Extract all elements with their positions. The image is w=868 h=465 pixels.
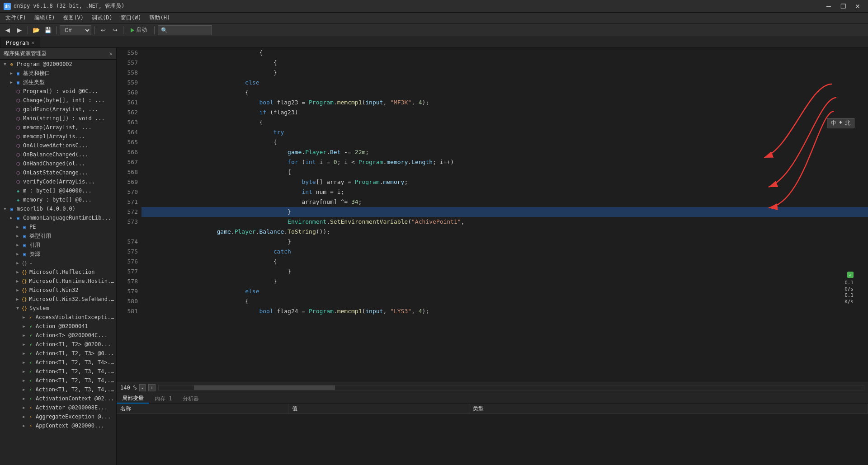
tree-item-pe[interactable]: ▶ ▣ PE (0, 222, 116, 231)
tree-item-goldfunc[interactable]: ⬡ goldFunc(ArrayList, ... (0, 105, 116, 114)
restore-button[interactable]: ❐ (836, 1, 850, 12)
tree-expand-ref[interactable]: ▶ (14, 243, 21, 247)
tree-item-dash[interactable]: ▶ {} - (0, 258, 116, 268)
minimize-button[interactable]: ─ (822, 1, 835, 12)
tree-expand-resource[interactable]: ▶ (14, 252, 21, 256)
tree-item-system[interactable]: ▼ {} System (0, 304, 116, 313)
sidebar-tree[interactable]: ▼ ⚙ Program @02000002 ▶ ▣ 基类和接口 ▶ ▣ 派生类型… (0, 60, 116, 465)
horizontal-scrollbar[interactable] (158, 385, 864, 390)
tree-item-action-t1t2t3[interactable]: ▶ ⚡ Action<T1, T2, T3> @0... (0, 349, 116, 358)
menu-help[interactable]: 帮助(H) (146, 13, 174, 23)
tree-expand-appcontext[interactable]: ▶ (21, 423, 27, 428)
tree-item-derived[interactable]: ▶ ▣ 派生类型 (0, 78, 116, 87)
tree-item-main[interactable]: ⬡ Main(string[]) : void ... (0, 114, 116, 123)
language-selector[interactable]: C# (60, 25, 91, 35)
tree-item-resource[interactable]: ▶ ▣ 资源 (0, 249, 116, 258)
horizontal-scroll-thumb[interactable] (194, 385, 335, 390)
nav-back-button[interactable]: ◀ (3, 25, 13, 35)
tree-item-ref[interactable]: ▶ ▣ 引用 (0, 240, 116, 249)
nav-fwd-button[interactable]: ▶ (14, 25, 24, 35)
tree-item-appcontext[interactable]: ▶ ⚡ AppContext @020000... (0, 421, 116, 430)
tree-item-mscorlib[interactable]: ▼ ▣ mscorlib (4.0.0.0) (0, 204, 116, 213)
tree-item-m-field[interactable]: ◈ m : byte[] @040000... (0, 186, 116, 195)
tree-item-verify[interactable]: ⬡ verifyCode(ArrayLis... (0, 177, 116, 186)
tree-item-memcmp1[interactable]: ⬡ memcmp1(ArrayLis... (0, 132, 116, 141)
tree-expand-reflection[interactable]: ▶ (14, 270, 21, 274)
open-button[interactable]: 📂 (31, 25, 41, 35)
tree-item-base-interfaces[interactable]: ▶ ▣ 基类和接口 (0, 69, 116, 78)
tree-expand-action-t4b[interactable]: ▶ (21, 369, 27, 374)
menu-edit[interactable]: 编辑(E) (31, 13, 59, 23)
tree-item-onhand[interactable]: ⬡ OnHandChanged(ol... (0, 159, 116, 168)
tree-item-action-t[interactable]: ▶ ⚡ Action<T> @0200004C... (0, 331, 116, 340)
tree-item-action-t4c[interactable]: ▶ ⚡ Action<T1, T2, T3, T4,... (0, 376, 116, 385)
redo-button[interactable]: ↪ (110, 25, 120, 35)
tree-item-ms-win32-safe[interactable]: ▶ {} Microsoft.Win32.SafeHand... (0, 295, 116, 304)
tree-item-onlast[interactable]: ⬡ OnLastStateChange... (0, 168, 116, 177)
sidebar-close-button[interactable]: ✕ (109, 50, 113, 57)
tree-item-action-t1t2[interactable]: ▶ ⚡ Action<T1, T2> @0200... (0, 340, 116, 349)
tree-expand-action-t1t2[interactable]: ▶ (21, 342, 27, 347)
tree-expand-action-t1t2t3[interactable]: ▶ (21, 351, 27, 356)
tree-item-action[interactable]: ▶ ⚡ Action @02000041 (0, 322, 116, 331)
menu-debug[interactable]: 调试(D) (88, 13, 116, 23)
tree-item-activator[interactable]: ▶ ⚡ Activator @0200008E... (0, 403, 116, 412)
tree-expand-action[interactable]: ▶ (21, 324, 27, 329)
tree-item-memory-field[interactable]: ◈ memory : byte[] @0... (0, 195, 116, 204)
tree-expand-av[interactable]: ▶ (21, 315, 27, 319)
tree-item-onallowed[interactable]: ⬡ OnAllowedActionsC... (0, 141, 116, 150)
tree-expand-derived[interactable]: ▶ (8, 80, 14, 85)
tree-item-change[interactable]: ⬡ Change(byte[], int) : ... (0, 96, 116, 105)
tree-item-action-t4d[interactable]: ▶ ⚡ Action<T1, T2, T3, T4,... (0, 385, 116, 394)
save-button[interactable]: 💾 (43, 25, 53, 35)
tree-expand-dash[interactable]: ▶ (14, 261, 21, 265)
program-tab[interactable]: Program × (0, 38, 40, 47)
tree-expand-win32safe[interactable]: ▶ (14, 297, 21, 301)
undo-button[interactable]: ↩ (98, 25, 108, 35)
tree-expand-clr[interactable]: ▶ (8, 216, 14, 220)
tree-expand-base[interactable]: ▶ (8, 71, 14, 75)
locals-tab[interactable]: 局部变量 (117, 394, 149, 404)
menu-file[interactable]: 文件(F) (2, 13, 30, 23)
close-button[interactable]: ✕ (851, 1, 864, 12)
tree-item-action-t4a[interactable]: ▶ ⚡ Action<T1, T2, T3, T4>... (0, 358, 116, 367)
tree-expand-action-t4d[interactable]: ▶ (21, 387, 27, 392)
tree-item-access-violation[interactable]: ▶ ⚡ AccessViolationExcepti... (0, 313, 116, 322)
tree-item-ms-runtime[interactable]: ▶ {} Microsoft.Runtime.Hostin... (0, 277, 116, 286)
tree-item-clr[interactable]: ▶ ▣ CommonLanguageRuntimeLib... (0, 213, 116, 222)
tree-expand-activation[interactable]: ▶ (21, 396, 27, 401)
tree-expand-action-t[interactable]: ▶ (21, 333, 27, 338)
analyzer-tab[interactable]: 分析器 (177, 394, 204, 404)
tree-expand-program[interactable]: ▼ (2, 62, 8, 66)
start-button[interactable]: 启动 (127, 25, 151, 35)
tree-label-reflection: Microsoft.Reflection (29, 269, 95, 275)
menu-window[interactable]: 窗口(W) (117, 13, 145, 23)
menu-view[interactable]: 视图(V) (59, 13, 87, 23)
search-input[interactable] (158, 25, 212, 35)
tree-expand-aggregate[interactable]: ▶ (21, 414, 27, 419)
tree-item-action-t4b[interactable]: ▶ ⚡ Action<T1, T2, T3, T4,... (0, 367, 116, 376)
tree-expand-runtime[interactable]: ▶ (14, 279, 21, 283)
memory-tab[interactable]: 内存 1 (149, 394, 177, 404)
code-editor[interactable]: { { } (142, 48, 868, 382)
tree-expand-activator[interactable]: ▶ (21, 405, 27, 410)
zoom-decrease-button[interactable]: - (139, 384, 146, 391)
tree-item-ms-win32[interactable]: ▶ {} Microsoft.Win32 (0, 286, 116, 295)
program-tab-close[interactable]: × (32, 40, 35, 46)
tree-item-memcmp[interactable]: ⬡ memcmp(ArrayList, ... (0, 123, 116, 132)
tree-item-onbalance[interactable]: ⬡ OnBalanceChanged(... (0, 150, 116, 159)
tree-expand-mscorlib[interactable]: ▼ (2, 207, 8, 211)
tree-expand-win32[interactable]: ▶ (14, 288, 21, 292)
tree-item-ms-reflection[interactable]: ▶ {} Microsoft.Reflection (0, 268, 116, 277)
tree-item-activation-ctx[interactable]: ▶ ⚡ ActivationContext @02... (0, 394, 116, 403)
tree-item-typeref[interactable]: ▶ ▣ 类型引用 (0, 231, 116, 240)
tree-item-program[interactable]: ▼ ⚙ Program @02000002 (0, 60, 116, 69)
tree-expand-action-t4a[interactable]: ▶ (21, 360, 27, 365)
tree-item-aggregate[interactable]: ▶ ⚡ AggregateException @... (0, 412, 116, 421)
tree-item-constructor[interactable]: ⬡ Program() : void @0C... (0, 87, 116, 96)
tree-expand-typeref[interactable]: ▶ (14, 234, 21, 238)
tree-expand-pe[interactable]: ▶ (14, 225, 21, 229)
zoom-increase-button[interactable]: + (148, 384, 156, 391)
tree-expand-system[interactable]: ▼ (14, 306, 21, 310)
tree-expand-action-t4c[interactable]: ▶ (21, 378, 27, 383)
